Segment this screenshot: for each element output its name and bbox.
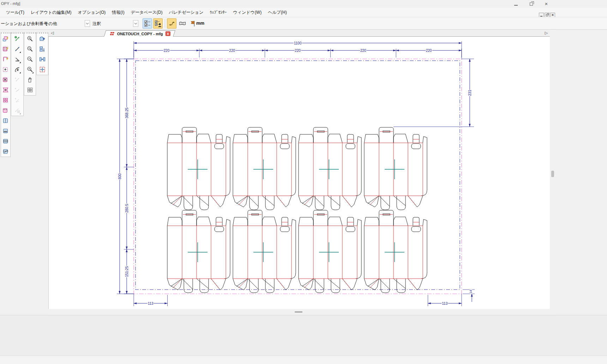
button-bridges[interactable] xyxy=(178,18,187,29)
dimension[interactable]: 220 xyxy=(265,49,331,53)
tool-station-outline[interactable] xyxy=(1,55,10,64)
tool-nest-gap[interactable] xyxy=(38,55,47,64)
tab-scroll-right-button[interactable]: ▷ xyxy=(544,31,549,35)
tool-compress-station[interactable] xyxy=(1,85,10,95)
toggle-reverse-direction[interactable] xyxy=(167,18,176,29)
carton-blank[interactable] xyxy=(364,210,427,293)
station-number-combo-arrow[interactable] xyxy=(85,20,90,27)
dimension[interactable]: 220 xyxy=(330,49,396,53)
dimension[interactable]: 113 xyxy=(428,302,462,305)
tool-strip-lines[interactable] xyxy=(1,136,10,146)
tool-move-distance xyxy=(13,75,22,84)
dimension[interactable]: 1100 xyxy=(134,41,462,45)
status-bar xyxy=(0,356,607,364)
registration-cross xyxy=(319,242,339,262)
dimension[interactable]: 368.25 xyxy=(125,59,129,167)
dimension[interactable]: 151.25 xyxy=(125,249,129,294)
tool-preview[interactable] xyxy=(26,85,34,95)
tool-strip-rule[interactable] xyxy=(1,116,10,125)
menu-webcenter[interactable]: ｳｪﾌﾞｾﾝﾀｰ xyxy=(206,8,230,16)
drawing-canvas[interactable]: 1100220220220220220800368.25280.5151.252… xyxy=(48,37,550,309)
copy-station-icon xyxy=(2,36,9,42)
carton-blank[interactable] xyxy=(364,127,427,210)
carton-blank[interactable] xyxy=(233,210,296,293)
tool-measure-angle[interactable] xyxy=(13,55,22,64)
registration-cross xyxy=(253,159,273,179)
carton-blank[interactable] xyxy=(167,127,230,210)
vertical-scrollbar-thumb[interactable] xyxy=(551,171,554,177)
measure-radius-icon: R xyxy=(14,66,20,73)
measure-tools-palette: R xyxy=(11,32,24,116)
chevron-down-icon xyxy=(134,23,137,25)
toggle-station-numbers[interactable] xyxy=(143,18,152,29)
move-angle-icon xyxy=(14,97,20,103)
dimension[interactable]: 231 xyxy=(468,59,472,127)
carton-blank[interactable] xyxy=(299,210,361,293)
annotation-combo-value[interactable]: 注釈 xyxy=(92,21,101,27)
strip-rule-icon xyxy=(2,117,9,124)
minimize-button[interactable] xyxy=(510,0,522,8)
measure-line-icon xyxy=(14,46,20,52)
tool-add-station-dashed[interactable] xyxy=(1,65,10,74)
menu-window[interactable]: ウィンドウ(W) xyxy=(230,8,265,17)
tool-zoom-in[interactable] xyxy=(26,34,34,43)
menu-options[interactable]: オプション(O) xyxy=(75,8,109,17)
station-pair-icon xyxy=(2,107,9,114)
station-number-prompt-label: ーションおよび余剰番号 xyxy=(1,21,48,27)
restore-icon xyxy=(530,1,533,7)
dimension[interactable]: 280.5 xyxy=(125,167,129,250)
tool-copy-station[interactable] xyxy=(1,34,10,43)
svg-text:368.25: 368.25 xyxy=(125,108,129,119)
tool-zoom-extents[interactable] xyxy=(26,65,34,74)
fit-view-icon xyxy=(39,66,46,73)
title-bar: OPY - mfg] × xyxy=(0,0,607,8)
menu-layout-edit[interactable]: レイアウトの編集(M) xyxy=(28,8,75,17)
carton-blank[interactable] xyxy=(233,127,296,210)
dimension[interactable]: 800 xyxy=(118,59,122,294)
close-button[interactable]: × xyxy=(540,0,552,8)
annotation-combo-arrow[interactable] xyxy=(133,20,138,27)
tool-zoom-points[interactable] xyxy=(26,44,34,54)
tool-measure-radius[interactable]: R xyxy=(13,65,22,74)
tool-station-grid[interactable] xyxy=(1,96,10,105)
horizontal-scrollbar-thumb[interactable] xyxy=(295,311,302,313)
sheet-outline[interactable] xyxy=(134,59,462,294)
station-number-combo-value[interactable]: その他 xyxy=(44,21,57,27)
restore-button[interactable] xyxy=(525,0,537,8)
tab-close-icon[interactable]: x xyxy=(166,31,170,36)
menu-help[interactable]: ヘルプ(H) xyxy=(265,8,290,17)
tool-zoom-out[interactable] xyxy=(26,55,34,64)
svg-text:220: 220 xyxy=(295,49,301,53)
menu-tools[interactable]: ツール(T) xyxy=(3,8,28,17)
dimension[interactable]: 220 xyxy=(199,49,265,53)
carton-blank[interactable] xyxy=(167,210,230,293)
layout-net-outline[interactable] xyxy=(136,61,460,290)
tool-strip-cut[interactable] xyxy=(1,147,10,156)
vertical-scrollbar[interactable] xyxy=(550,30,555,309)
menu-database[interactable]: データベース(D) xyxy=(128,8,166,17)
carton-blank[interactable] xyxy=(299,127,361,210)
tool-station-pair[interactable] xyxy=(1,106,10,115)
horizontal-scrollbar[interactable] xyxy=(48,309,555,315)
menu-palletization[interactable]: パレチゼーション xyxy=(166,8,206,17)
dimension[interactable]: 220 xyxy=(396,49,462,53)
tool-fit-view[interactable] xyxy=(38,65,47,74)
tool-nest-add[interactable] xyxy=(38,34,47,43)
tool-strip-holes[interactable] xyxy=(1,126,10,135)
tool-pan[interactable] xyxy=(26,75,34,84)
dimension[interactable]: 14 xyxy=(469,290,473,302)
tool-measure-line[interactable] xyxy=(13,44,22,54)
document-tab[interactable]: ONETOUCH_COPY - mfg x xyxy=(104,30,175,37)
toggle-operator-marks[interactable] xyxy=(153,18,163,29)
menu-info[interactable]: 情報(I) xyxy=(109,8,127,17)
station-compress-icon xyxy=(2,87,9,93)
dimension[interactable]: 113 xyxy=(134,302,167,305)
toolbar: ーションおよび余剰番号 その他 注釈 mm xyxy=(0,17,607,30)
tool-measure-distance[interactable] xyxy=(13,34,22,43)
svg-text:280.5: 280.5 xyxy=(125,204,129,212)
tab-scroll-left-button[interactable]: ◁ xyxy=(50,31,55,35)
tool-station-points[interactable] xyxy=(1,44,10,54)
dimension[interactable]: 220 xyxy=(134,49,199,53)
tool-add-station-points[interactable] xyxy=(1,75,10,84)
tool-nest-copy-info[interactable]: i xyxy=(38,44,47,54)
